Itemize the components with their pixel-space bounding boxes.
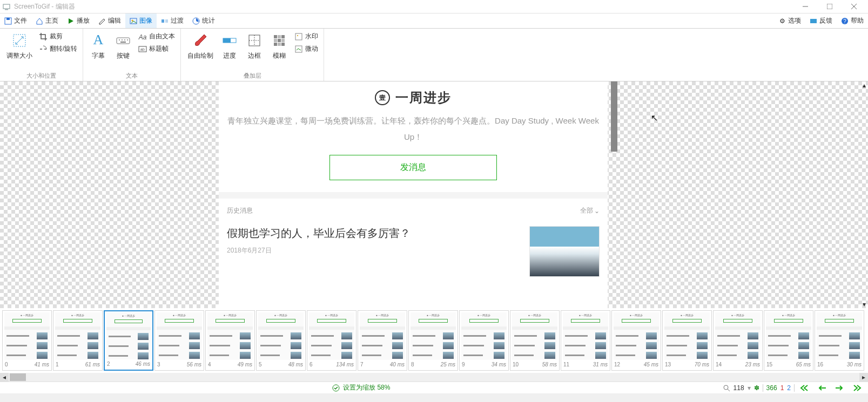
- drawing-button[interactable]: 自由绘制: [184, 31, 217, 71]
- frame-thumbnail[interactable]: ● 一周进步 2 46 ms: [104, 310, 153, 371]
- cinemagraph-icon: [294, 45, 303, 53]
- btn-label: 进度: [223, 51, 236, 60]
- obfuscate-button[interactable]: 模糊: [267, 31, 291, 71]
- frame-duration: 46 ms: [136, 361, 150, 370]
- zoom-reset-button[interactable]: ✽: [754, 384, 759, 392]
- frame-preview: ● 一周进步: [409, 311, 457, 362]
- minimize-button[interactable]: [793, 0, 817, 13]
- svg-rect-36: [278, 39, 281, 42]
- nav-last-button[interactable]: [850, 385, 864, 391]
- menu-label: 反馈: [819, 16, 832, 25]
- frame-thumbnail[interactable]: ● 一周进步 13 70 ms: [662, 310, 712, 371]
- frame-preview: ● 一周进步: [206, 311, 254, 362]
- crop-button[interactable]: 裁剪: [37, 31, 79, 42]
- blur-icon: [271, 32, 288, 49]
- frame-thumbnail[interactable]: ● 一周进步 5 48 ms: [256, 310, 306, 371]
- watermark-button[interactable]: 水印: [292, 31, 320, 42]
- history-all-dropdown[interactable]: 全部 ⌄: [580, 206, 600, 215]
- cinemagraph-button[interactable]: 微动: [292, 43, 320, 54]
- nav-prev-button[interactable]: [815, 385, 829, 391]
- window-title: ScreenToGif - 编辑器: [14, 2, 75, 11]
- zoom-icon[interactable]: [723, 384, 730, 392]
- help-button[interactable]: ? 帮助: [837, 13, 868, 28]
- frame-number: 5: [259, 362, 262, 370]
- canvas-area[interactable]: 壹 一周进步 青年独立兴趣课堂，每周一场免费训练营。让年轻，轰炸你的每个兴趣点。…: [0, 81, 868, 308]
- frame-hscrollbar[interactable]: ◂ ▸: [0, 373, 868, 381]
- keystroke-button[interactable]: 按键: [111, 31, 135, 71]
- btn-label: 自由文本: [149, 32, 175, 41]
- content-scrollbar[interactable]: [611, 81, 617, 152]
- border-button[interactable]: 边框: [243, 31, 266, 71]
- frame-thumbnail[interactable]: ● 一周进步 9 34 ms: [459, 310, 509, 371]
- frame-thumbnail[interactable]: ● 一周进步 1 61 ms: [53, 310, 103, 371]
- svg-rect-32: [274, 35, 277, 38]
- scroll-up-icon[interactable]: ▴: [863, 81, 866, 89]
- frame-number: 3: [157, 362, 160, 370]
- frame-preview: ● 一周进步: [155, 311, 204, 362]
- frame-thumbnail[interactable]: ● 一周进步 3 56 ms: [154, 310, 204, 371]
- scroll-right-icon[interactable]: ▸: [859, 373, 868, 381]
- frame-duration: 56 ms: [187, 362, 201, 370]
- send-message-button[interactable]: 发消息: [329, 155, 497, 180]
- frame-thumbnail[interactable]: ● 一周进步 10 58 ms: [510, 310, 560, 371]
- svg-line-46: [728, 389, 730, 391]
- feedback-icon: [810, 17, 817, 25]
- tab-edit[interactable]: 编辑: [94, 13, 125, 28]
- chevron-down-icon: ⌄: [594, 207, 600, 215]
- options-button[interactable]: ⚙ 选项: [774, 13, 805, 28]
- rotate-icon: [39, 45, 48, 53]
- frame-thumbnail[interactable]: ● 一周进步 15 65 ms: [764, 310, 813, 371]
- article-thumbnail: [529, 226, 600, 277]
- scroll-down-icon[interactable]: ▾: [863, 301, 866, 308]
- nav-first-button[interactable]: [798, 385, 812, 391]
- caption-button[interactable]: A 字幕: [86, 31, 110, 71]
- frame-duration: 25 ms: [441, 362, 455, 370]
- frame-number: 8: [411, 362, 414, 370]
- scroll-left-icon[interactable]: ◂: [0, 373, 9, 381]
- scrollbar-thumb[interactable]: [10, 373, 26, 381]
- frame-strip[interactable]: ● 一周进步 0 41 ms ● 一周进步 1 61: [0, 308, 868, 373]
- titleframe-button[interactable]: ab 标题帧: [136, 43, 177, 54]
- frame-thumbnail[interactable]: ● 一周进步 11 31 ms: [561, 310, 610, 371]
- frame-duration: 30 ms: [847, 362, 862, 370]
- zoom-down-icon[interactable]: ▾: [748, 384, 751, 392]
- nav-next-button[interactable]: [832, 385, 846, 391]
- ribbon: 调整大小 裁剪 翻转/旋转 大小和位置 A 字幕 按: [0, 29, 868, 81]
- maximize-button[interactable]: [817, 0, 842, 13]
- brush-icon: [192, 32, 209, 49]
- frame-number: 10: [513, 362, 519, 370]
- canvas-vertical-scrollbar[interactable]: ▴ ▾: [860, 81, 868, 308]
- tab-transition[interactable]: 过渡: [157, 13, 188, 28]
- progress-button[interactable]: 进度: [218, 31, 241, 71]
- frame-thumbnail[interactable]: ● 一周进步 16 30 ms: [815, 310, 864, 371]
- close-button[interactable]: [842, 0, 866, 13]
- tab-image[interactable]: 图像: [125, 13, 157, 28]
- svg-rect-18: [117, 38, 130, 44]
- frame-thumbnail[interactable]: ● 一周进步 7 40 ms: [358, 310, 407, 371]
- gear-icon: ⚙: [778, 17, 786, 25]
- feedback-button[interactable]: 反馈: [805, 13, 837, 28]
- freetext-button[interactable]: Aa 自由文本: [136, 31, 177, 42]
- frame-thumbnail[interactable]: ● 一周进步 0 41 ms: [2, 310, 52, 371]
- frame-thumbnail[interactable]: ● 一周进步 6 134 ms: [307, 310, 356, 371]
- history-label: 历史消息: [227, 206, 253, 215]
- tab-home[interactable]: 主页: [31, 13, 63, 28]
- frame-number: 16: [817, 362, 823, 370]
- tab-play[interactable]: 播放: [63, 13, 94, 28]
- tab-file[interactable]: 文件: [0, 13, 31, 28]
- frame-thumbnail[interactable]: ● 一周进步 4 49 ms: [205, 310, 255, 371]
- resize-button[interactable]: 调整大小: [3, 31, 36, 71]
- article-item[interactable]: 假期也学习的人，毕业后会有多厉害？ 2018年6月27日: [227, 220, 600, 283]
- frame-thumbnail[interactable]: ● 一周进步 14 23 ms: [713, 310, 763, 371]
- progress-icon: [221, 32, 238, 49]
- frame-thumbnail[interactable]: ● 一周进步 12 45 ms: [611, 310, 661, 371]
- flip-rotate-button[interactable]: 翻转/旋转: [37, 43, 79, 54]
- keyboard-icon: [115, 32, 132, 49]
- tab-stats[interactable]: 统计: [188, 13, 219, 28]
- svg-point-19: [119, 39, 120, 40]
- pencil-icon: [98, 17, 106, 25]
- frame-preview: ● 一周进步: [612, 311, 661, 362]
- svg-point-21: [124, 39, 125, 40]
- svg-text:A: A: [93, 32, 104, 47]
- frame-thumbnail[interactable]: ● 一周进步 8 25 ms: [408, 310, 458, 371]
